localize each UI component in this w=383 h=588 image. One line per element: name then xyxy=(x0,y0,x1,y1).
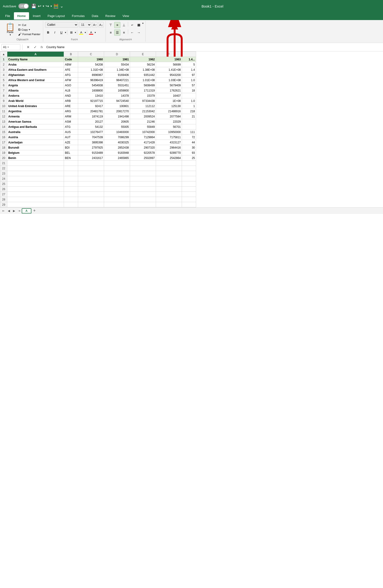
cell-r18-c1[interactable]: BDI xyxy=(64,145,78,150)
cell-r12-c5[interactable]: 2077584 xyxy=(156,114,182,119)
cell-r4-c4[interactable]: 9351442 xyxy=(130,72,156,78)
cell-r5-c3[interactable]: 98407221 xyxy=(104,78,130,83)
cell-r18-c3[interactable]: 2852438 xyxy=(104,145,130,150)
cut-button[interactable]: ✂ Cut xyxy=(18,23,41,27)
row-header-7[interactable]: 7 xyxy=(0,88,7,93)
calculator-icon[interactable]: 🧮 xyxy=(53,3,59,9)
fill-color-button[interactable]: A xyxy=(78,29,84,35)
cell-r21-c1[interactable] xyxy=(64,161,78,166)
cell-r24-c4[interactable] xyxy=(130,176,156,181)
font-expand-icon[interactable]: ⧉ xyxy=(76,38,78,41)
cell-r5-c5[interactable]: 1.03E+08 xyxy=(156,78,182,83)
cell-r24-c5[interactable] xyxy=(156,176,182,181)
cell-r28-c5[interactable] xyxy=(156,197,182,202)
merge-dropdown[interactable]: ▾ xyxy=(142,22,143,28)
col-header-A[interactable]: A xyxy=(7,52,64,57)
cell-r13-c4[interactable]: 21246 xyxy=(130,119,156,124)
cell-r20-c4[interactable]: 2502897 xyxy=(130,155,156,161)
autosave-toggle[interactable]: Off xyxy=(18,3,29,9)
cell-r17-c1[interactable]: AZE xyxy=(64,140,78,145)
cell-r3-c0[interactable]: Africa Eastern and Southern xyxy=(7,67,64,72)
bold-button[interactable]: B xyxy=(45,29,51,35)
cell-r10-c3[interactable]: 100801 xyxy=(104,104,130,109)
row-header-5[interactable]: 5 xyxy=(0,78,7,83)
cell-r25-c1[interactable] xyxy=(64,181,78,187)
cell-r3-c2[interactable]: 1.31E+08 xyxy=(78,67,104,72)
row-header-15[interactable]: 15 xyxy=(0,129,7,135)
row-header-12[interactable]: 12 xyxy=(0,114,7,119)
cell-r16-c3[interactable]: 7086299 xyxy=(104,135,130,140)
header-cell-2[interactable]: 1960 xyxy=(78,57,104,62)
cell-r19-c0[interactable]: Belgium xyxy=(7,150,64,155)
align-right-button[interactable]: ≡ xyxy=(121,29,127,36)
cell-r12-c4[interactable]: 2009524 xyxy=(130,114,156,119)
copy-button[interactable]: ⧉ Copy ▾ xyxy=(18,27,41,32)
increase-indent-button[interactable]: → xyxy=(136,29,142,36)
cell-r7-c2[interactable]: 1608800 xyxy=(78,88,104,93)
row-header-2[interactable]: 2 xyxy=(0,62,7,67)
cell-r2-c1[interactable]: ABW xyxy=(64,62,78,67)
align-middle-button[interactable]: ≡ xyxy=(114,22,120,28)
font-size-select[interactable]: 11 xyxy=(79,22,91,28)
cell-r29-c1[interactable] xyxy=(64,202,78,207)
cell-r11-c1[interactable]: ARG xyxy=(64,109,78,114)
cell-r20-c2[interactable]: 2431617 xyxy=(78,155,104,161)
font-color-dropdown[interactable]: ▾ xyxy=(95,31,96,34)
cell-r8-c4[interactable]: 15379 xyxy=(130,93,156,98)
undo-icon[interactable]: ↩ xyxy=(38,3,41,9)
cell-r2-c5[interactable]: 56699 xyxy=(156,62,182,67)
cell-r7-c3[interactable]: 1659800 xyxy=(104,88,130,93)
cell-r9-c1[interactable]: ARB xyxy=(64,98,78,104)
cell-r15-c2[interactable]: 10276477 xyxy=(78,129,104,135)
tab-home[interactable]: Home xyxy=(14,12,29,20)
tab-insert[interactable]: Insert xyxy=(29,12,44,20)
cell-r11-c0[interactable]: Argentina xyxy=(7,109,64,114)
clipboard-expand-icon[interactable]: ⧉ xyxy=(27,38,28,41)
cell-r28-c3[interactable] xyxy=(104,197,130,202)
formula-accept-button[interactable]: ✓ xyxy=(32,44,38,50)
cell-r24-c1[interactable] xyxy=(64,176,78,181)
cell-r6-c5[interactable]: 5679409 xyxy=(156,83,182,88)
tab-view[interactable]: View xyxy=(119,12,132,20)
cell-r19-c2[interactable]: 9153489 xyxy=(78,150,104,155)
cell-r22-c0[interactable] xyxy=(7,166,64,171)
cell-r21-c0[interactable] xyxy=(7,161,64,166)
tab-data[interactable]: Data xyxy=(89,12,101,20)
row-header-8[interactable]: 8 xyxy=(0,93,7,98)
cell-r11-c3[interactable]: 20817270 xyxy=(104,109,130,114)
cell-r2-c2[interactable]: 54208 xyxy=(78,62,104,67)
cell-r4-c2[interactable]: 8996967 xyxy=(78,72,104,78)
cell-r15-c3[interactable]: 10483000 xyxy=(104,129,130,135)
formula-input[interactable] xyxy=(45,44,382,50)
cell-r22-c4[interactable] xyxy=(130,166,156,171)
cell-r13-c3[interactable]: 20605 xyxy=(104,119,130,124)
cell-r18-c4[interactable]: 2907320 xyxy=(130,145,156,150)
cell-r21-c4[interactable] xyxy=(130,161,156,166)
row-header-22[interactable]: 22 xyxy=(0,166,7,171)
cell-r5-c2[interactable]: 96396419 xyxy=(78,78,104,83)
cell-r16-c4[interactable]: 7129864 xyxy=(130,135,156,140)
row-header-28[interactable]: 28 xyxy=(0,197,7,202)
row-header-23[interactable]: 23 xyxy=(0,171,7,176)
cell-r26-c5[interactable] xyxy=(156,187,182,192)
cell-r26-c0[interactable] xyxy=(7,187,64,192)
cell-r29-c3[interactable] xyxy=(104,202,130,207)
cell-r27-c0[interactable] xyxy=(7,192,64,197)
header-cell-5[interactable]: 1963 xyxy=(156,57,182,62)
cell-r13-c1[interactable]: ASM xyxy=(64,119,78,124)
row-header-17[interactable]: 17 xyxy=(0,140,7,145)
format-painter-button[interactable]: 🖌 Format Painter xyxy=(18,32,41,36)
sheet-nav-last[interactable]: ⇥ xyxy=(17,208,22,213)
row-header-18[interactable]: 18 xyxy=(0,145,7,150)
cell-r18-c5[interactable]: 2964416 xyxy=(156,145,182,150)
cell-r8-c0[interactable]: Andorra xyxy=(7,93,64,98)
cell-r3-c5[interactable]: 1.41E+08 xyxy=(156,67,182,72)
cell-r17-c0[interactable]: Azerbaijan xyxy=(7,140,64,145)
cell-r25-c0[interactable] xyxy=(7,181,64,187)
cell-r12-c3[interactable]: 1941498 xyxy=(104,114,130,119)
col-header-B[interactable]: B xyxy=(64,52,78,57)
cell-r9-c3[interactable]: 94724540 xyxy=(104,98,130,104)
cell-r23-c5[interactable] xyxy=(156,171,182,176)
header-cell-3[interactable]: 1961 xyxy=(104,57,130,62)
cell-r10-c5[interactable]: 125130 xyxy=(156,104,182,109)
